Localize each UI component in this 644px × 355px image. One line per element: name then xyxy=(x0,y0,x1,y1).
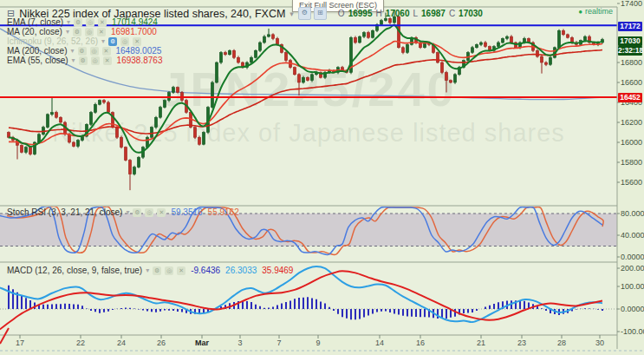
stoch-rsi-legend-row: Stoch RSI (3, 3, 21, 21, close)▾⚙◎✕59.35… xyxy=(7,207,239,217)
indicator-label[interactable]: MA (20, close) xyxy=(7,27,62,36)
time-tick-label: 21 xyxy=(470,339,492,347)
ohlc-value: 17030 xyxy=(459,9,483,18)
price-tick-label: 40.0000 xyxy=(621,231,644,240)
time-tick-label: 22 xyxy=(69,339,92,347)
gear-icon[interactable]: ⚙ xyxy=(153,266,161,275)
title-buttons: ⚙⊞ xyxy=(298,7,327,20)
compare-icon[interactable]: ⊞ xyxy=(314,7,327,20)
ohlc-label: H xyxy=(375,9,381,18)
indicator-legend: EMA (7, close)▾⚙◎✕17014.9424MA (20, clos… xyxy=(7,17,162,65)
price-tick-label: 200.0000 xyxy=(621,264,644,273)
gear-icon[interactable]: ⚙ xyxy=(78,47,87,56)
price-tick-label: 15600 xyxy=(621,178,642,187)
indicator-value: -9.6436 xyxy=(191,266,220,275)
close-icon[interactable]: ✕ xyxy=(102,47,111,56)
price-tick-label: 16800 xyxy=(621,58,642,67)
indicator-label[interactable]: EMA (55, close) xyxy=(7,56,68,65)
eye-icon[interactable]: ◎ xyxy=(145,208,153,217)
indicator-value: 35.9469 xyxy=(262,266,293,275)
price-tick-label: 16600 xyxy=(621,78,642,87)
eye-icon[interactable]: ◎ xyxy=(90,47,99,56)
close-icon[interactable]: ✕ xyxy=(97,28,106,36)
time-tick-label: 30 xyxy=(589,339,611,347)
chevron-down-icon[interactable]: ▾ xyxy=(67,18,70,26)
realtime-status: ● realtime xyxy=(578,7,613,16)
gear-icon[interactable]: ⚙ xyxy=(79,56,88,65)
indicator-label[interactable]: MACD (12, 26, close, 9, false, true) xyxy=(7,266,142,275)
price-tick-label: 17400 xyxy=(621,0,642,8)
chevron-down-icon[interactable]: ▾ xyxy=(289,10,294,18)
price-tick-label: 80.0000 xyxy=(621,209,644,218)
price-axis[interactable]: 1740016800166001640016200160001580015600… xyxy=(617,0,644,335)
eye-icon[interactable]: ◎ xyxy=(91,56,100,65)
indicator-value: 55.9162 xyxy=(208,207,239,217)
indicator-label[interactable]: MA (200, close) xyxy=(7,46,67,56)
time-tick-label: 3 xyxy=(229,339,251,347)
chevron-down-icon[interactable]: ▾ xyxy=(101,37,105,45)
indicator-value: 16938.8763 xyxy=(117,56,163,65)
eye-icon[interactable]: ◎ xyxy=(165,266,173,275)
gear-icon[interactable]: ⚙ xyxy=(133,208,141,217)
eye-icon[interactable]: ◎ xyxy=(85,28,94,36)
chevron-down-icon[interactable]: ▾ xyxy=(70,47,74,55)
price-badge: 16452 xyxy=(618,93,642,102)
gear-icon[interactable]: ⚙ xyxy=(108,37,117,46)
gear-icon[interactable]: ⚙ xyxy=(74,18,82,27)
price-tick-label: 15800 xyxy=(621,158,642,167)
macd-series xyxy=(0,266,602,329)
indicator-label[interactable]: Stoch RSI (3, 3, 21, 21, close) xyxy=(7,207,122,217)
time-tick-label: 9 xyxy=(307,339,329,347)
gear-icon[interactable]: ⚙ xyxy=(73,28,81,36)
eye-icon[interactable]: ◎ xyxy=(86,18,94,27)
indicator-value: 59.3516 xyxy=(171,207,202,217)
close-icon[interactable]: ✕ xyxy=(98,18,107,27)
time-tick-label: 24 xyxy=(110,339,133,347)
indicator-value: 16489.0025 xyxy=(116,46,162,56)
eye-icon[interactable]: ◎ xyxy=(120,37,129,46)
indicator-legend-row: Ichimoku (9, 26, 52, 26)▾⚙◎✕ xyxy=(7,36,162,46)
indicator-legend-row: MA (20, close)▾⚙◎✕16981.7000 xyxy=(7,27,162,36)
realtime-label: realtime xyxy=(585,7,613,16)
time-tick-label: 17 xyxy=(9,339,31,347)
indicator-value: 26.3033 xyxy=(225,266,257,275)
indicator-value: 17014.9424 xyxy=(112,17,158,27)
price-badge: 17030 xyxy=(618,36,642,46)
indicator-label[interactable]: Ichimoku (9, 26, 52, 26) xyxy=(7,36,98,46)
macd-legend-row: MACD (12, 26, close, 9, false, true)▾⚙◎✕… xyxy=(7,266,293,275)
close-icon[interactable]: ✕ xyxy=(133,37,141,46)
time-tick-label: Mar xyxy=(191,339,213,347)
price-tick-label: 0.0000 xyxy=(621,253,644,261)
time-tick-label: 23 xyxy=(511,339,533,347)
chevron-down-icon[interactable]: ▾ xyxy=(126,208,129,216)
time-tick-label: 28 xyxy=(550,339,573,347)
realtime-dot-icon: ● xyxy=(578,8,582,16)
price-tick-label: 16200 xyxy=(621,118,642,127)
ohlc-label: L xyxy=(413,9,419,18)
indicator-label[interactable]: EMA (7, close) xyxy=(7,17,63,27)
price-badge: 2:32:18 xyxy=(618,46,642,56)
time-tick-label: 26 xyxy=(150,339,172,347)
indicator-legend-row: EMA (55, close)▾⚙◎✕16938.8763 xyxy=(7,56,162,65)
ohlc-label: C xyxy=(449,9,455,18)
price-badge: 17172 xyxy=(618,22,642,31)
time-axis[interactable]: 17222426Mar379141621232830 xyxy=(0,335,617,355)
indicator-legend-row: MA (200, close)▾⚙◎✕16489.0025 xyxy=(7,46,162,56)
chart-window: JPN225/240 Nikkei 225 index of Japanese … xyxy=(0,0,644,355)
close-icon[interactable]: ✕ xyxy=(157,208,166,217)
settings-icon[interactable]: ⚙ xyxy=(298,7,311,20)
chevron-down-icon[interactable]: ▾ xyxy=(66,28,69,36)
chevron-down-icon[interactable]: ▾ xyxy=(146,266,149,274)
ohlc-value: 16995 xyxy=(348,9,373,18)
price-tick-label: 0.0000 xyxy=(621,305,644,313)
indicator-value: 16981.7000 xyxy=(111,27,157,36)
price-tick-label: -100.0000 xyxy=(621,327,644,336)
close-icon[interactable]: ✕ xyxy=(103,56,112,65)
ohlc-label: O xyxy=(338,9,345,18)
time-tick-label: 16 xyxy=(409,339,432,347)
time-tick-label: 7 xyxy=(268,339,290,347)
indicator-legend-row: EMA (7, close)▾⚙◎✕17014.9424 xyxy=(7,17,162,27)
chevron-down-icon[interactable]: ▾ xyxy=(72,56,75,64)
ohlc-value: 16987 xyxy=(421,9,446,18)
close-icon[interactable]: ✕ xyxy=(177,266,185,275)
time-tick-label: 14 xyxy=(368,339,391,347)
